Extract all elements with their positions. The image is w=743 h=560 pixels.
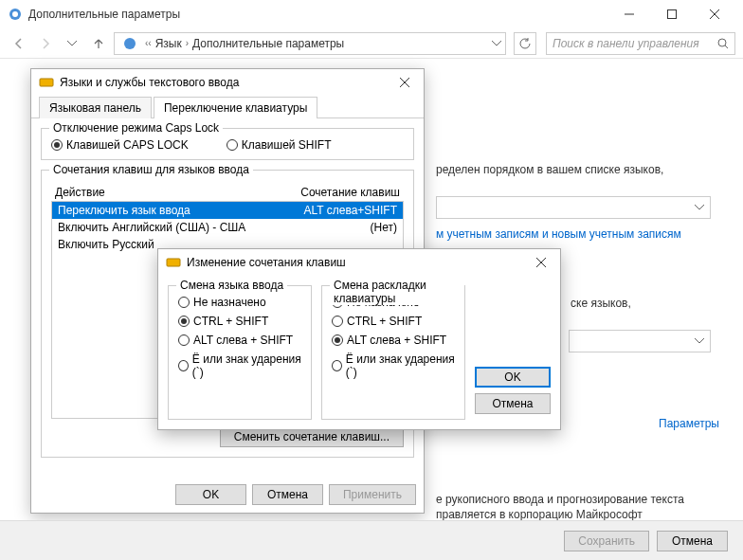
list-item[interactable]: Включить Английский (США) - США(Нет) <box>52 219 403 236</box>
keyboard-icon <box>166 255 181 270</box>
radio-ctrl-shift[interactable]: CTRL + SHIFT <box>332 315 455 328</box>
forward-button[interactable] <box>34 32 57 55</box>
app-icon <box>8 7 23 22</box>
group-title: Отключение режима Caps Lock <box>49 121 223 135</box>
close-icon[interactable] <box>530 253 553 272</box>
dialog-title-bar: Изменение сочетания клавиш <box>158 249 560 276</box>
bg-combo[interactable] <box>436 196 711 219</box>
save-button[interactable]: Сохранить <box>564 531 649 551</box>
capslock-group: Отключение режима Caps Lock Клавишей CAP… <box>41 128 414 160</box>
dialog-buttons: OK Отмена <box>475 285 551 420</box>
search-icon <box>717 38 729 49</box>
close-icon[interactable] <box>393 73 416 92</box>
list-item[interactable]: Переключить язык вводаALT слева+SHIFT <box>52 202 403 219</box>
svg-line-8 <box>725 45 728 48</box>
bottom-bar: Сохранить Отмена <box>0 520 743 560</box>
dialog-body: Смена языка ввода Не назначено CTRL + SH… <box>158 276 560 429</box>
table-header: Действие Сочетание клавиш <box>51 184 404 201</box>
chevron-down-icon[interactable] <box>492 41 501 46</box>
svg-rect-3 <box>667 10 676 19</box>
svg-rect-13 <box>167 259 180 266</box>
up-button[interactable] <box>87 32 110 55</box>
radio-capslock[interactable]: Клавишей CAPS LOCK <box>51 138 189 152</box>
tab-keyboard-switch[interactable]: Переключение клавиатуры <box>154 97 317 118</box>
chevron-right-icon: › <box>186 38 189 48</box>
apply-button[interactable]: Применить <box>329 484 416 505</box>
breadcrumb[interactable]: ‹‹ Язык › Дополнительные параметры <box>114 32 506 55</box>
group-title: Смена языка ввода <box>176 279 287 292</box>
window-title: Дополнительные параметры <box>28 8 607 21</box>
svg-point-6 <box>124 38 136 49</box>
radio-dot-icon <box>178 334 190 346</box>
radio-alt-shift[interactable]: ALT слева + SHIFT <box>178 334 301 347</box>
minimize-button[interactable] <box>607 0 650 28</box>
close-button[interactable] <box>693 0 735 28</box>
window-title-bar: Дополнительные параметры <box>0 0 743 28</box>
col-action: Действие <box>55 186 300 199</box>
radio-dot-icon <box>332 334 343 346</box>
breadcrumb-item[interactable]: Дополнительные параметры <box>192 37 344 50</box>
nav-bar: ‹‹ Язык › Дополнительные параметры Поиск… <box>0 28 743 59</box>
bg-text: правляется в корпорацию Майкрософт <box>436 508 643 521</box>
search-input[interactable]: Поиск в панели управления <box>546 32 735 55</box>
radio-alt-shift[interactable]: ALT слева + SHIFT <box>332 334 455 347</box>
radio-dot-icon <box>178 297 190 308</box>
dialog-title: Языки и службы текстового ввода <box>60 76 239 89</box>
ok-button[interactable]: OK <box>175 484 246 505</box>
cancel-button[interactable]: Отмена <box>657 531 728 551</box>
cancel-button[interactable]: Отмена <box>475 393 551 414</box>
dialog-buttons: OK Отмена Применить <box>31 477 424 513</box>
radio-dot-icon <box>227 139 238 151</box>
group-title: Смена раскладки клавиатуры <box>330 279 464 305</box>
params-link[interactable]: Параметры <box>659 417 719 430</box>
bg-text: ске языков, <box>571 297 631 310</box>
group-title: Сочетания клавиш для языков ввода <box>49 163 253 176</box>
globe-icon <box>122 36 137 51</box>
svg-point-1 <box>12 11 18 17</box>
search-placeholder: Поиск в панели управления <box>553 37 699 50</box>
recent-button[interactable] <box>61 32 83 55</box>
svg-rect-9 <box>40 79 53 86</box>
breadcrumb-item[interactable]: Язык <box>155 37 182 50</box>
dialog-title-bar: Языки и службы текстового ввода <box>31 69 424 96</box>
keyboard-icon <box>39 75 54 90</box>
bg-combo[interactable] <box>569 330 711 352</box>
tabs: Языковая панель Переключение клавиатуры <box>31 96 424 118</box>
radio-dot-icon <box>332 316 343 327</box>
refresh-button[interactable] <box>514 32 536 55</box>
ok-button[interactable]: OK <box>475 367 551 388</box>
radio-grave[interactable]: Ё или знак ударения (`) <box>332 352 455 379</box>
cancel-button[interactable]: Отмена <box>252 484 323 505</box>
keyboard-layout-group: Смена раскладки клавиатуры Не назначено … <box>321 285 465 420</box>
radio-dot-icon <box>332 360 342 371</box>
radio-none[interactable]: Не назначено <box>178 296 301 309</box>
radio-dot-icon <box>178 360 189 371</box>
change-hotkey-dialog: Изменение сочетания клавиш Смена языка в… <box>157 248 561 430</box>
input-language-group: Смена языка ввода Не назначено CTRL + SH… <box>168 285 312 420</box>
maximize-button[interactable] <box>650 0 693 28</box>
radio-ctrl-shift[interactable]: CTRL + SHIFT <box>178 315 301 328</box>
radio-dot-icon <box>178 316 190 327</box>
col-keys: Сочетание клавиш <box>300 186 400 199</box>
radio-shift[interactable]: Клавишей SHIFT <box>227 138 332 152</box>
bg-text: ределен порядком в вашем списке языков, <box>436 163 663 176</box>
tab-language-bar[interactable]: Языковая панель <box>39 97 152 118</box>
bg-link[interactable]: м учетным записям и новым учетным запися… <box>436 227 681 241</box>
radio-grave[interactable]: Ё или знак ударения (`) <box>178 352 301 379</box>
bg-text: е рукописного ввода и прогнозирование те… <box>436 493 684 506</box>
dialog-title: Изменение сочетания клавиш <box>187 256 346 269</box>
chevron-icon: ‹‹ <box>145 38 152 48</box>
back-button[interactable] <box>8 32 30 55</box>
svg-point-7 <box>718 39 726 46</box>
radio-dot-icon <box>51 139 63 151</box>
